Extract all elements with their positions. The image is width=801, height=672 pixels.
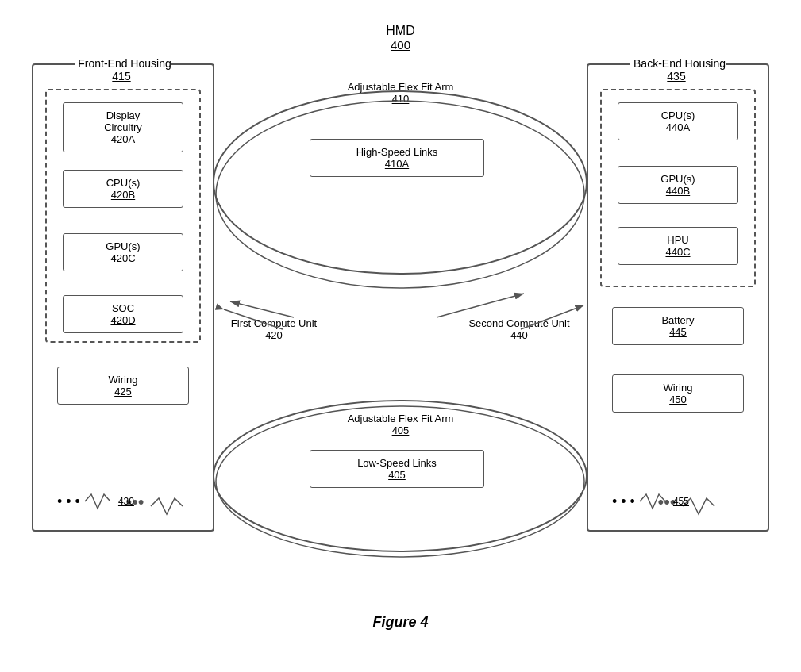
hpu-box: HPU 440C: [618, 227, 738, 265]
second-compute-unit-label: Second Compute Unit 440: [460, 317, 579, 341]
front-cpu-label: CPU(s): [67, 177, 179, 189]
front-compute-unit-box: DisplayCircuitry 420A CPU(s) 420B GPU(s)…: [45, 89, 201, 343]
diagram-container: ••• ••• HMD 400 Front-End Housing 415 Di…: [0, 0, 801, 635]
battery-num: 445: [616, 326, 740, 338]
high-speed-links-num: 410A: [314, 158, 480, 170]
svg-point-12: [216, 101, 584, 288]
svg-point-0: [214, 91, 587, 274]
front-ellipsis: • • • 430: [57, 493, 134, 510]
display-circuitry-label: DisplayCircuitry: [67, 109, 179, 133]
back-gpu-label: GPU(s): [622, 173, 734, 185]
flex-arm-top-label: Adjustable Flex Fit Arm 410: [270, 81, 531, 105]
back-wiring-label: Wiring: [616, 382, 740, 394]
svg-line-3: [437, 294, 524, 317]
low-speed-links-box: Low-Speed Links 405: [310, 450, 484, 488]
front-cpu-num: 420B: [67, 189, 179, 201]
front-zigzag-icon: [83, 493, 115, 510]
back-cpu-box: CPU(s) 440A: [618, 102, 738, 140]
figure-caption: Figure 4: [372, 614, 428, 631]
back-cpu-label: CPU(s): [622, 109, 734, 121]
battery-label: Battery: [616, 314, 740, 326]
back-compute-unit-box: CPU(s) 440A GPU(s) 440B HPU 440C: [600, 89, 756, 287]
front-gpu-label: GPU(s): [67, 240, 179, 252]
front-end-housing-box: Front-End Housing 415 DisplayCircuitry 4…: [32, 63, 214, 532]
battery-box: Battery 445: [612, 307, 744, 345]
front-wiring-num: 425: [61, 386, 185, 397]
back-ellipsis: • • • 455: [612, 493, 689, 510]
soc-label: SOC: [67, 302, 179, 314]
front-end-housing-label: Front-End Housing 415: [33, 57, 213, 83]
display-circuitry-box: DisplayCircuitry 420A: [63, 102, 183, 152]
soc-num: 420D: [67, 314, 179, 326]
hpu-label: HPU: [622, 234, 734, 246]
front-wiring-box: Wiring 425: [57, 367, 189, 405]
front-gpu-num: 420C: [67, 252, 179, 264]
low-speed-links-label: Low-Speed Links: [314, 457, 480, 469]
first-compute-unit-label: First Compute Unit 420: [222, 317, 325, 341]
front-wiring-label: Wiring: [61, 374, 185, 386]
back-gpu-box: GPU(s) 440B: [618, 166, 738, 204]
hmd-label: HMD: [386, 24, 414, 38]
back-zigzag-icon: [638, 493, 670, 510]
soc-box: SOC 420D: [63, 295, 183, 333]
hmd-title: HMD 400: [386, 24, 414, 52]
front-cpu-box: CPU(s) 420B: [63, 170, 183, 208]
svg-line-2: [230, 301, 294, 317]
back-cpu-num: 440A: [622, 121, 734, 133]
hmd-num: 400: [386, 38, 414, 52]
hpu-num: 440C: [622, 246, 734, 258]
flex-arm-bottom-label: Adjustable Flex Fit Arm 405: [270, 413, 531, 436]
display-circuitry-num: 420A: [67, 133, 179, 145]
back-gpu-num: 440B: [622, 185, 734, 197]
back-wiring-box: Wiring 450: [612, 374, 744, 413]
back-wiring-num: 450: [616, 394, 740, 405]
low-speed-links-num: 405: [314, 469, 480, 481]
high-speed-links-box: High-Speed Links 410A: [310, 139, 484, 177]
front-gpu-box: GPU(s) 420C: [63, 233, 183, 271]
back-end-housing-box: Back-End Housing 435 CPU(s) 440A GPU(s) …: [587, 63, 769, 532]
back-end-housing-label: Back-End Housing 435: [588, 57, 768, 83]
high-speed-links-label: High-Speed Links: [314, 146, 480, 158]
